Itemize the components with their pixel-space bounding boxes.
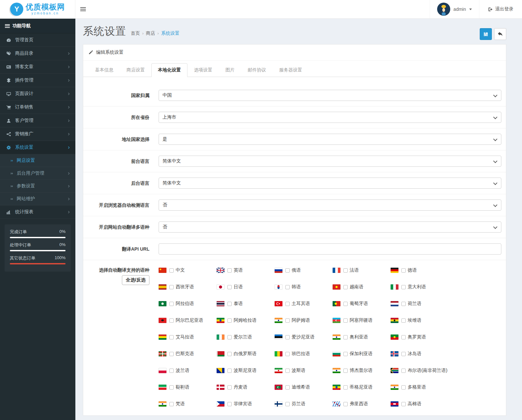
language-option-韩语[interactable]: 韩语 — [275, 284, 333, 290]
language-option-阿拉伯语[interactable]: 阿拉伯语 — [159, 301, 217, 307]
language-option-博杰普尔语[interactable]: 博杰普尔语 — [333, 368, 391, 373]
auto-translate-select[interactable]: 否 — [159, 221, 501, 233]
tab-基本信息[interactable]: 基本信息 — [88, 63, 120, 77]
sidebar-item-系统设置[interactable]: 系统设置 — [0, 141, 75, 154]
sidebar-item-统计报表[interactable]: 统计报表 — [0, 205, 75, 219]
language-option-艾马拉语[interactable]: 艾马拉语 — [159, 334, 217, 340]
language-option-英语[interactable]: 英语 — [217, 267, 275, 273]
language-option-菲律宾语[interactable]: 菲律宾语 — [217, 401, 275, 407]
language-option-德语[interactable]: 德语 — [391, 267, 449, 273]
language-checkbox[interactable] — [169, 268, 174, 273]
frontend-language-select[interactable]: 简体中文 — [159, 156, 501, 167]
language-option-奥罗莫语[interactable]: 奥罗莫语 — [391, 334, 449, 340]
tab-本地化设置[interactable]: 本地化设置 — [151, 63, 187, 77]
country-select[interactable]: 中国 — [159, 90, 501, 101]
language-option-多格里语[interactable]: 多格里语 — [391, 384, 449, 390]
tab-邮件协议[interactable]: 邮件协议 — [241, 63, 273, 77]
back-button[interactable] — [494, 28, 506, 40]
sidebar-item-营销推广[interactable]: 营销推广 — [0, 127, 75, 141]
language-option-法语[interactable]: 法语 — [333, 267, 391, 273]
language-option-弗里西语[interactable]: 弗里西语 — [333, 401, 391, 407]
sidebar-item-商品目录[interactable]: 商品目录 — [0, 47, 75, 60]
sidebar-item-订单销售[interactable]: 订单销售 — [0, 101, 75, 114]
language-checkbox[interactable] — [227, 318, 232, 323]
language-option-爱沙尼亚语[interactable]: 爱沙尼亚语 — [275, 334, 333, 340]
user-menu[interactable]: admin — [430, 0, 479, 18]
language-checkbox[interactable] — [285, 268, 290, 273]
language-option-爱尔兰语[interactable]: 爱尔兰语 — [217, 334, 275, 340]
language-option-日语[interactable]: 日语 — [217, 284, 275, 290]
language-checkbox[interactable] — [227, 385, 232, 390]
language-option-埃维语[interactable]: 埃维语 — [391, 317, 449, 323]
language-checkbox[interactable] — [285, 302, 290, 306]
language-checkbox[interactable] — [343, 318, 348, 323]
language-option-冰岛语[interactable]: 冰岛语 — [391, 351, 449, 357]
backend-language-select[interactable]: 简体中文 — [159, 178, 501, 189]
language-option-鞑靼语[interactable]: 鞑靼语 — [159, 384, 217, 390]
breadcrumb-link-系统设置[interactable]: 系统设置 — [161, 30, 180, 36]
language-option-波斯语[interactable]: 波斯语 — [275, 368, 333, 373]
language-checkbox[interactable] — [169, 318, 174, 323]
language-checkbox[interactable] — [343, 302, 348, 306]
language-checkbox[interactable] — [169, 352, 174, 356]
sidebar-subitem-网店设置[interactable]: 网店设置 — [0, 154, 75, 167]
language-checkbox[interactable] — [401, 385, 406, 390]
language-checkbox[interactable] — [343, 285, 348, 289]
province-select[interactable]: 上海市 — [159, 112, 501, 123]
sidebar-subitem-参数设置[interactable]: 参数设置 — [0, 180, 75, 193]
sidebar-item-页面设计[interactable]: 页面设计 — [0, 87, 75, 101]
language-checkbox[interactable] — [343, 352, 348, 356]
language-checkbox[interactable] — [285, 385, 290, 390]
language-checkbox[interactable] — [169, 335, 174, 339]
language-option-高棉语[interactable]: 高棉语 — [391, 401, 449, 407]
language-checkbox[interactable] — [227, 352, 232, 356]
language-checkbox[interactable] — [401, 268, 406, 273]
language-option-迪维希语[interactable]: 迪维希语 — [275, 384, 333, 390]
tab-商店设置[interactable]: 商店设置 — [120, 63, 151, 77]
language-option-阿萨姆语[interactable]: 阿萨姆语 — [275, 317, 333, 323]
language-checkbox[interactable] — [227, 285, 232, 289]
language-option-土耳其语[interactable]: 土耳其语 — [275, 301, 333, 307]
tab-图片[interactable]: 图片 — [219, 63, 241, 77]
browser-language-detect-select[interactable]: 否 — [159, 200, 501, 211]
language-option-梵语[interactable]: 梵语 — [159, 401, 217, 407]
language-checkbox[interactable] — [227, 402, 232, 406]
language-checkbox[interactable] — [169, 385, 174, 390]
language-checkbox[interactable] — [343, 335, 348, 339]
language-option-阿姆哈拉语[interactable]: 阿姆哈拉语 — [217, 317, 275, 323]
language-option-班巴拉语[interactable]: 班巴拉语 — [275, 351, 333, 357]
language-checkbox[interactable] — [285, 352, 290, 356]
language-checkbox[interactable] — [227, 369, 232, 373]
language-checkbox[interactable] — [343, 369, 348, 373]
language-option-白俄罗斯语[interactable]: 白俄罗斯语 — [217, 351, 275, 357]
sidebar-item-客户管理[interactable]: 客户管理 — [0, 114, 75, 127]
language-option-葡萄牙语[interactable]: 葡萄牙语 — [333, 301, 391, 307]
breadcrumb-link-首页[interactable]: 首页 — [131, 30, 140, 36]
address-country-select[interactable]: 是 — [159, 134, 501, 145]
language-checkbox[interactable] — [227, 302, 232, 306]
translate-api-url-input[interactable] — [159, 243, 501, 255]
language-checkbox[interactable] — [401, 402, 406, 406]
sidebar-subitem-后台用户管理[interactable]: 后台用户管理 — [0, 167, 75, 180]
language-checkbox[interactable] — [285, 285, 290, 289]
select-all-button[interactable]: 全选/反选 — [122, 275, 149, 285]
save-button[interactable] — [480, 28, 492, 40]
language-checkbox[interactable] — [169, 302, 174, 306]
language-checkbox[interactable] — [169, 369, 174, 373]
sidebar-item-博客文章[interactable]: 博客文章 — [0, 60, 75, 74]
language-option-波兰语[interactable]: 波兰语 — [159, 368, 217, 373]
language-option-蒂格尼亚语[interactable]: 蒂格尼亚语 — [333, 384, 391, 390]
language-checkbox[interactable] — [227, 268, 232, 273]
language-option-泰语[interactable]: 泰语 — [217, 301, 275, 307]
language-checkbox[interactable] — [401, 369, 406, 373]
language-checkbox[interactable] — [227, 335, 232, 339]
sidebar-toggle-button[interactable] — [75, 0, 90, 18]
logout-button[interactable]: 退出登录 — [479, 0, 522, 18]
language-checkbox[interactable] — [343, 385, 348, 390]
language-option-保加利亚语[interactable]: 保加利亚语 — [333, 351, 391, 357]
language-checkbox[interactable] — [169, 285, 174, 289]
tab-服务器设置[interactable]: 服务器设置 — [273, 63, 309, 77]
language-checkbox[interactable] — [169, 402, 174, 406]
language-checkbox[interactable] — [401, 335, 406, 339]
brand-logo[interactable]: Y 优质模板网 yzmoban.cn — [0, 0, 75, 18]
